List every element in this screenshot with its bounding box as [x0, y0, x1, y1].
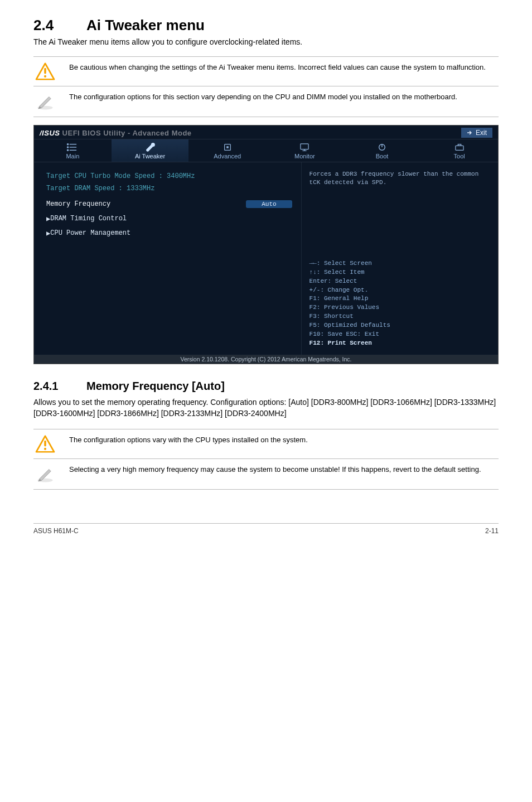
- monitor-icon: [298, 143, 311, 152]
- help-key: +/-: Change Opt.: [309, 286, 491, 295]
- exit-icon: [467, 130, 472, 136]
- footer-left: ASUS H61M-C: [33, 527, 79, 535]
- power-icon: [376, 143, 388, 152]
- section-heading: 2.4Ai Tweaker menu: [33, 17, 499, 34]
- section-lead: The Ai Tweaker menu items allow you to c…: [33, 37, 499, 46]
- tab-ai-tweaker[interactable]: Ai Tweaker: [112, 139, 189, 162]
- footer-right: 2-11: [485, 527, 499, 535]
- list-icon: [66, 143, 79, 152]
- help-keys: →←: Select Screen ↑↓: Select Item Enter:…: [309, 259, 491, 348]
- note-box: The configuration options for this secti…: [33, 86, 499, 117]
- tab-label: Ai Tweaker: [135, 153, 165, 160]
- memfreq-value[interactable]: Auto: [246, 200, 292, 208]
- note-text: The configuration options for this secti…: [69, 92, 457, 102]
- help-key: F1: General Help: [309, 294, 491, 303]
- row-cpu-speed: Target CPU Turbo Mode Speed : 3400MHz: [46, 172, 292, 180]
- asus-brand: /ISUS: [40, 129, 60, 137]
- subsection-number: 2.4.1: [33, 380, 86, 393]
- section-title: Ai Tweaker menu: [86, 17, 205, 33]
- warning-icon: [33, 435, 57, 453]
- row-dram-speed: Target DRAM Speed : 1333MHz: [46, 185, 292, 192]
- help-key: F10: Save ESC: Exit: [309, 330, 491, 339]
- warning-box: The configuration options vary with the …: [33, 429, 499, 459]
- subsection-title: Memory Frequency [Auto]: [86, 380, 225, 392]
- tab-tool[interactable]: Tool: [420, 139, 498, 162]
- tab-boot[interactable]: Boot: [344, 139, 421, 162]
- subsection-heading: 2.4.1Memory Frequency [Auto]: [33, 380, 499, 393]
- memfreq-label: Memory Frequency: [46, 200, 246, 208]
- svg-point-8: [67, 149, 69, 151]
- toolbox-icon: [453, 143, 466, 152]
- warning-text: The configuration options vary with the …: [69, 435, 308, 445]
- warning-box: Be cautious when changing the settings o…: [33, 56, 499, 86]
- pencil-icon: [33, 92, 57, 111]
- page-footer: ASUS H61M-C 2-11: [33, 523, 499, 535]
- tab-label: Main: [66, 153, 79, 160]
- help-key: F3: Shortcut: [309, 312, 491, 321]
- subsection-body: Allows you to set the memory operating f…: [33, 397, 499, 419]
- svg-point-7: [67, 147, 69, 148]
- tab-label: Tool: [454, 153, 465, 160]
- bios-screenshot: /ISUS UEFI BIOS Utility - Advanced Mode …: [33, 125, 499, 364]
- help-key-highlight: F12: Print Screen: [309, 339, 491, 348]
- help-key: →←: Select Screen: [309, 259, 491, 268]
- svg-rect-17: [458, 144, 461, 146]
- warning-icon: [33, 62, 57, 80]
- bios-left-panel: Target CPU Turbo Mode Speed : 3400MHz Ta…: [34, 162, 301, 355]
- help-key: ↑↓: Select Item: [309, 268, 491, 277]
- pencil-icon: [33, 465, 57, 484]
- section-number: 2.4: [33, 17, 86, 34]
- exit-button[interactable]: Exit: [461, 128, 492, 138]
- svg-point-6: [67, 144, 69, 145]
- svg-rect-18: [44, 441, 46, 447]
- tab-label: Advanced: [214, 153, 241, 160]
- help-key: Enter: Select: [309, 277, 491, 286]
- svg-point-19: [44, 448, 46, 450]
- note-text: Selecting a very high memory frequency m…: [69, 465, 481, 475]
- tab-advanced[interactable]: Advanced: [188, 139, 266, 162]
- row-dram-timing[interactable]: ▶ DRAM Timing Control: [46, 212, 292, 225]
- row-memory-frequency[interactable]: Memory Frequency Auto: [46, 198, 292, 210]
- chip-icon: [221, 143, 234, 152]
- tab-monitor[interactable]: Monitor: [266, 139, 344, 162]
- svg-rect-11: [301, 144, 308, 149]
- wrench-icon: [144, 143, 156, 152]
- bios-titlebar: /ISUS UEFI BIOS Utility - Advanced Mode …: [34, 125, 498, 139]
- bios-tabs: Main Ai Tweaker Advanced Monitor Boot To…: [34, 139, 498, 162]
- help-key: F2: Previous Values: [309, 303, 491, 312]
- bios-footer: Version 2.10.1208. Copyright (C) 2012 Am…: [34, 355, 498, 364]
- help-key: F5: Optimized Defaults: [309, 321, 491, 330]
- bios-right-panel: Forces a DDR3 frequency slower than the …: [301, 162, 498, 355]
- svg-rect-10: [226, 146, 229, 148]
- tab-main[interactable]: Main: [34, 139, 112, 162]
- exit-label: Exit: [476, 129, 487, 137]
- row-cpu-power[interactable]: ▶ CPU Power Management: [46, 227, 292, 239]
- tab-label: Monitor: [294, 153, 315, 160]
- tab-label: Boot: [376, 153, 389, 160]
- note-box: Selecting a very high memory frequency m…: [33, 459, 499, 490]
- svg-point-1: [44, 75, 46, 78]
- svg-rect-0: [44, 68, 46, 74]
- svg-rect-16: [456, 146, 463, 150]
- bios-title-text: UEFI BIOS Utility - Advanced Mode: [62, 129, 192, 137]
- side-help-text: Forces a DDR3 frequency slower than the …: [309, 170, 491, 187]
- warning-text: Be cautious when changing the settings o…: [69, 62, 486, 73]
